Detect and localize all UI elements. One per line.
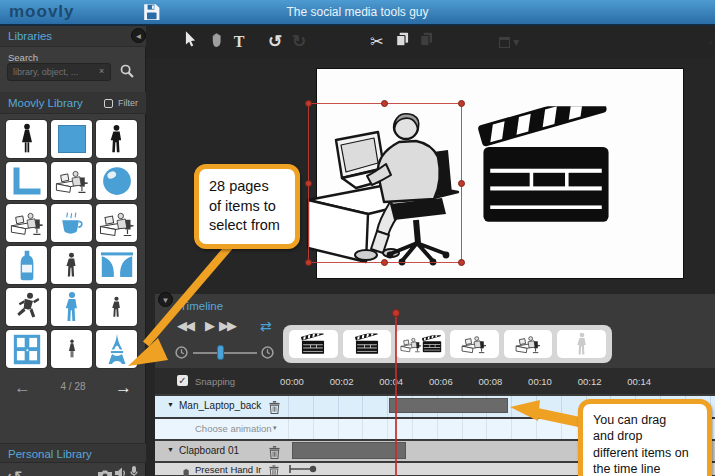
selection-handle-e[interactable]	[458, 180, 465, 187]
zoom-slider-handle[interactable]	[217, 345, 224, 360]
selection-handle-nw[interactable]	[305, 100, 312, 107]
filmstrip	[283, 325, 612, 363]
keyframe-markers[interactable]	[288, 463, 328, 475]
fast-forward-button[interactable]: ▶▶	[219, 318, 235, 333]
selection-handle-sw[interactable]	[305, 259, 312, 266]
ruler-tick-label: 00:12	[578, 376, 602, 387]
callout-dragdrop: You can drag and drop different items on…	[578, 399, 712, 476]
timeline-ruler-row: ✓ Snapping 00:00 00:02 00:04 00:06 00:08…	[155, 368, 715, 394]
timeline-zoom-slider[interactable]	[193, 352, 257, 354]
library-item-blue-square[interactable]	[51, 120, 92, 158]
sidebar-collapse-button[interactable]: ◄	[131, 28, 146, 43]
library-item-coffee-cup[interactable]	[51, 204, 92, 242]
next-page-button[interactable]: →	[115, 378, 132, 398]
ruler-tick-label: 00:00	[280, 376, 304, 387]
library-item-small-child[interactable]	[51, 330, 92, 368]
moovly-library-title: Moovly Library	[8, 97, 83, 109]
timeline-collapse-button[interactable]: ▼	[158, 292, 173, 307]
library-item-man-with-laptop[interactable]	[6, 204, 47, 242]
library-item-eiffel-tower[interactable]	[96, 330, 137, 368]
ruler-tick-label: 00:06	[429, 376, 453, 387]
clear-search-icon[interactable]: ×	[99, 66, 104, 76]
library-item-door[interactable]	[6, 330, 47, 368]
animation-name[interactable]: Present Hand Ir	[195, 464, 262, 475]
selection-handle-s[interactable]	[381, 259, 388, 266]
cursor-icon	[185, 31, 196, 47]
paste-button[interactable]	[418, 30, 434, 54]
library-item-standing-boy[interactable]	[51, 246, 92, 284]
zoom-in-clock-icon[interactable]	[261, 345, 274, 358]
callout-pages: 28 pages of items to select from	[194, 164, 300, 249]
moovly-app-window: moovly The social media tools guy T ↺ ↻ …	[0, 0, 715, 476]
filmstrip-thumb-man-at-desk[interactable]	[450, 330, 499, 358]
clip-bar-man-laptop[interactable]	[389, 398, 508, 413]
choose-animation-dropdown[interactable]: Choose animation	[195, 423, 272, 434]
library-item-woman-silhouette[interactable]	[6, 120, 47, 158]
snapping-checkbox[interactable]: ✓	[177, 375, 188, 386]
library-item-small-boy[interactable]	[96, 288, 137, 326]
expand-track-icon[interactable]: ▼	[167, 446, 174, 453]
search-label: Search	[8, 52, 38, 63]
libraries-title: Libraries	[8, 30, 52, 42]
undo-button[interactable]: ↺	[266, 30, 284, 54]
library-grid	[6, 120, 139, 368]
selection-handle-w[interactable]	[305, 180, 312, 187]
clip-bar-clapboard[interactable]	[292, 442, 406, 459]
microphone-icon[interactable]	[130, 465, 138, 476]
copy-button[interactable]	[394, 30, 410, 54]
expand-track-icon[interactable]: ▼	[167, 401, 174, 408]
camera-icon[interactable]	[98, 466, 112, 476]
personal-library-title: Personal Library	[8, 448, 92, 460]
select-tool-button[interactable]	[182, 30, 198, 54]
speaker-icon[interactable]	[115, 465, 127, 476]
refresh-icon[interactable]: ↺	[6, 466, 23, 476]
play-button[interactable]: ▶	[205, 318, 213, 333]
library-item-running-boy[interactable]	[6, 288, 47, 326]
library-item-curtain[interactable]	[96, 246, 137, 284]
paste-icon	[420, 32, 433, 47]
zoom-out-clock-icon[interactable]	[175, 345, 188, 358]
library-item-man-at-desk[interactable]	[96, 204, 137, 242]
clapboard-object[interactable]	[478, 104, 614, 228]
ruler-tick-label: 00:04	[379, 376, 403, 387]
canvas-toolbar: T ↺ ↻ ✂ ▾ ◦	[146, 26, 715, 58]
track-name[interactable]: Clapboard 01	[179, 445, 239, 456]
filmstrip-thumb-ghost-figure[interactable]	[557, 330, 606, 358]
filmstrip-thumb-man-at-desk[interactable]	[504, 330, 553, 358]
filmstrip-thumb-clapboard[interactable]	[343, 330, 392, 358]
redo-button[interactable]: ↻	[290, 30, 308, 54]
snapping-label: Snapping	[195, 376, 235, 387]
filmstrip-thumb-clapboard[interactable]	[289, 330, 338, 358]
animation-hand-icon	[181, 464, 191, 476]
track-name[interactable]: Man_Laptop_back	[179, 400, 261, 411]
filmstrip-thumb-man-and-clapboard[interactable]	[396, 330, 445, 358]
library-item-man-silhouette[interactable]	[96, 120, 137, 158]
search-input[interactable]	[7, 63, 111, 81]
selection-handle-se[interactable]	[458, 259, 465, 266]
loop-button[interactable]: ⇄	[260, 318, 272, 334]
ruler-tick-label: 00:10	[528, 376, 552, 387]
dropdown-caret-icon[interactable]: ▾	[273, 424, 277, 432]
personal-library-header[interactable]: Personal Library	[0, 443, 146, 463]
delete-animation-icon[interactable]	[269, 463, 280, 476]
library-item-corner-frame[interactable]	[6, 162, 47, 200]
ruler-tick-label: 00:02	[330, 376, 354, 387]
playhead-line[interactable]	[395, 311, 397, 476]
hand-tool-button[interactable]	[208, 30, 224, 54]
delete-track-icon[interactable]	[269, 445, 280, 458]
cut-button[interactable]: ✂	[368, 30, 386, 54]
selection-handle-n[interactable]	[381, 100, 388, 107]
delete-track-icon[interactable]	[269, 400, 280, 413]
selection-box[interactable]	[308, 103, 462, 263]
selection-handle-ne[interactable]	[458, 100, 465, 107]
libraries-sidebar: Libraries ◄ Search × Moovly Library Filt…	[0, 26, 146, 476]
library-item-blue-man[interactable]	[51, 288, 92, 326]
search-button[interactable]	[120, 64, 136, 80]
library-item-blue-ball[interactable]	[96, 162, 137, 200]
filter-checkbox[interactable]	[104, 99, 113, 108]
rewind-button[interactable]: ◀◀	[177, 318, 193, 333]
library-item-woman-with-laptop[interactable]	[51, 162, 92, 200]
library-item-bottle[interactable]	[6, 246, 47, 284]
arrange-button[interactable]: ▾	[496, 30, 522, 54]
text-tool-button[interactable]: T	[231, 30, 247, 54]
